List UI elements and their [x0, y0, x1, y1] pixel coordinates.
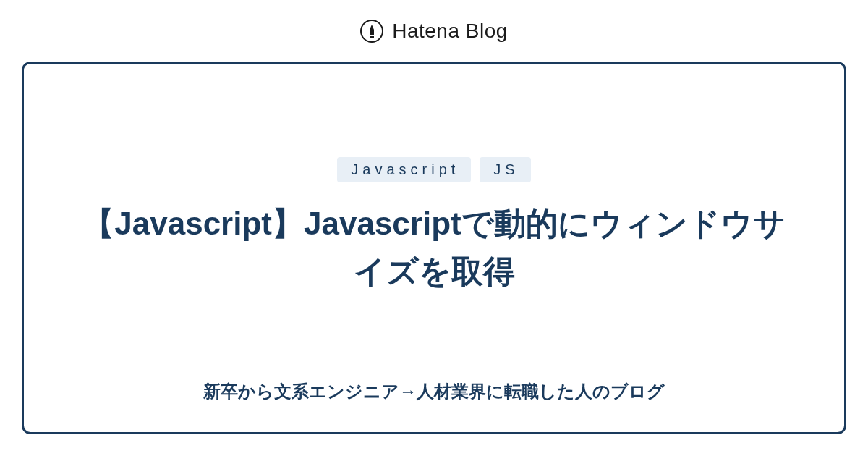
site-header: Hatena Blog — [0, 0, 868, 62]
tag-item: Javascript — [337, 157, 471, 182]
tag-item: JS — [480, 157, 530, 182]
hatena-logo-icon — [360, 20, 383, 43]
svg-rect-0 — [370, 36, 374, 38]
brand-name: Hatena Blog — [392, 20, 508, 43]
og-card: Javascript JS 【Javascript】Javascriptで動的に… — [22, 62, 846, 434]
article-title: 【Javascript】Javascriptで動的にウィンドウサイズを取得 — [67, 200, 801, 295]
tag-list: Javascript JS — [337, 157, 530, 182]
blog-name: 新卒から文系エンジニア→人材業界に転職した人のブログ — [203, 380, 665, 403]
